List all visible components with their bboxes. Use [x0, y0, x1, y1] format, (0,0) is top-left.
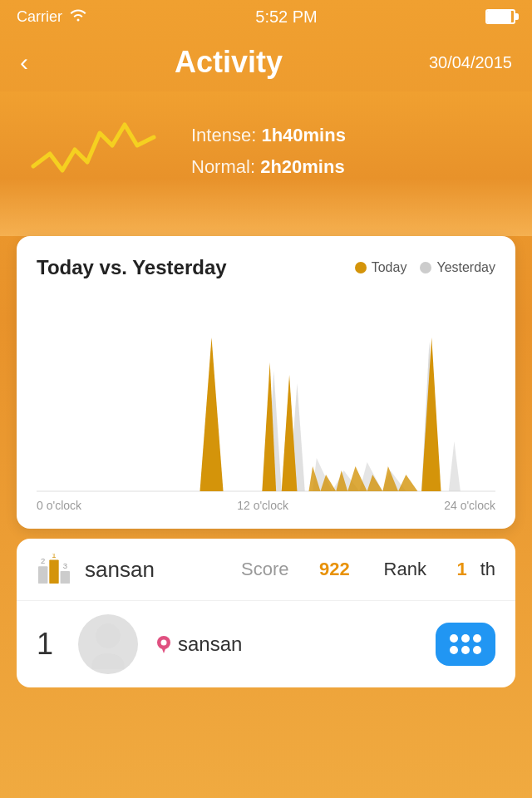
x-label-12: 12 o'clock	[237, 499, 288, 512]
back-button[interactable]: ‹	[20, 48, 28, 76]
header: ‹ Activity 30/04/2015	[0, 33, 532, 91]
score-username: sansan	[85, 557, 228, 583]
chart-area: 0 o'clock 12 o'clock 24 o'clock	[37, 296, 495, 512]
game-dots-icon	[450, 634, 481, 654]
status-left: Carrier	[17, 8, 87, 26]
svg-text:3: 3	[63, 561, 67, 570]
game-button[interactable]	[436, 623, 495, 666]
today-label: Today	[372, 260, 407, 275]
score-value: 922	[319, 559, 350, 580]
legend-yesterday: Yesterday	[420, 260, 495, 275]
svg-rect-16	[61, 571, 70, 584]
pin-icon	[155, 635, 173, 653]
x-label-0: 0 o'clock	[37, 499, 81, 512]
wifi-icon	[69, 8, 87, 25]
intense-stat: Intense: 1h40mins	[191, 125, 346, 146]
svg-point-21	[161, 640, 167, 646]
svg-rect-14	[49, 560, 58, 584]
chart-legend: Today Yesterday	[355, 260, 495, 275]
leaderboard-username: sansan	[178, 633, 242, 656]
avatar	[78, 614, 138, 674]
activity-stats: Intense: 1h40mins Normal: 2h20mins	[191, 125, 346, 178]
svg-point-19	[91, 653, 125, 669]
leaderboard-rank: 1	[37, 627, 62, 662]
score-label: Score	[241, 559, 288, 580]
activity-chart	[37, 296, 495, 495]
intense-value: 1h40mins	[261, 125, 346, 145]
svg-rect-12	[38, 566, 47, 584]
status-bar: Carrier 5:52 PM	[0, 0, 532, 33]
header-date: 30/04/2015	[429, 53, 512, 72]
svg-marker-11	[421, 337, 441, 491]
rank-suffix: th	[480, 559, 495, 580]
podium-icon: 2 1 3	[37, 554, 71, 585]
legend-today: Today	[355, 260, 407, 275]
chart-card: Today vs. Yesterday Today Yesterday	[17, 236, 515, 529]
carrier-label: Carrier	[17, 8, 62, 26]
chart-title: Today vs. Yesterday	[37, 256, 227, 279]
yesterday-label: Yesterday	[436, 260, 495, 275]
normal-stat: Normal: 2h20mins	[191, 156, 346, 178]
svg-marker-22	[161, 647, 166, 653]
yesterday-dot	[420, 262, 431, 273]
normal-value: 2h20mins	[260, 156, 345, 177]
page-title: Activity	[175, 45, 283, 80]
time-display: 5:52 PM	[255, 7, 317, 27]
activity-wave-icon	[25, 108, 158, 195]
pin-badge: sansan	[155, 633, 242, 656]
rank-label: Rank	[384, 559, 426, 580]
svg-text:2: 2	[41, 556, 45, 565]
battery-icon	[485, 9, 515, 24]
stats-section: Intense: 1h40mins Normal: 2h20mins	[0, 91, 532, 236]
intense-label: Intense:	[191, 125, 256, 145]
score-bar: 2 1 3 sansan Score 922 Rank 1th	[17, 539, 515, 600]
svg-point-18	[96, 623, 121, 648]
x-label-24: 24 o'clock	[444, 499, 495, 512]
x-axis-labels: 0 o'clock 12 o'clock 24 o'clock	[37, 495, 495, 512]
svg-text:1: 1	[52, 554, 56, 559]
svg-marker-6	[449, 441, 461, 491]
chart-header: Today vs. Yesterday Today Yesterday	[37, 256, 495, 279]
rank-value: 1	[456, 559, 466, 580]
normal-label: Normal:	[191, 156, 255, 177]
today-dot	[355, 262, 367, 273]
leaderboard-row: 1 sansan	[17, 600, 515, 687]
svg-marker-7	[200, 337, 223, 491]
